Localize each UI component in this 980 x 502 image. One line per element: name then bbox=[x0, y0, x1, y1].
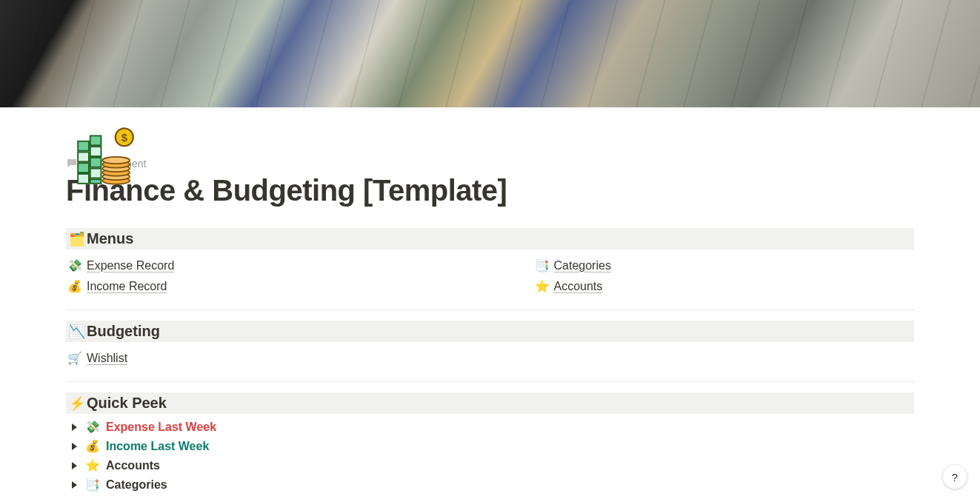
caret-right-icon[interactable] bbox=[72, 481, 77, 489]
budgeting-list: 🛒 Wishlist bbox=[66, 351, 914, 365]
star-icon: ⭐ bbox=[85, 458, 100, 472]
toggle-label: Categories bbox=[106, 478, 167, 492]
section-header-quickpeek: ⚡ Quick Peek bbox=[66, 392, 914, 414]
chart-down-icon: 📉 bbox=[69, 324, 85, 340]
page-title[interactable]: Finance & Budgeting [Template] bbox=[66, 174, 914, 207]
svg-point-14 bbox=[102, 156, 130, 163]
money-wings-icon: 💸 bbox=[67, 258, 82, 272]
help-icon: ? bbox=[952, 471, 958, 483]
money-stack-icon: $ bbox=[71, 122, 139, 190]
menu-item-categories[interactable]: 📑 Categories bbox=[535, 258, 913, 272]
svg-rect-8 bbox=[90, 179, 101, 184]
caret-right-icon[interactable] bbox=[72, 462, 77, 469]
svg-rect-7 bbox=[90, 168, 101, 178]
svg-rect-1 bbox=[90, 135, 101, 145]
svg-rect-6 bbox=[78, 173, 89, 183]
tabs-icon: 📑 bbox=[85, 478, 100, 492]
svg-rect-0 bbox=[78, 141, 89, 150]
menu-item-accounts[interactable]: ⭐ Accounts bbox=[535, 279, 913, 293]
menu-link: Income Record bbox=[87, 280, 167, 293]
menu-link: Categories bbox=[554, 259, 611, 272]
menu-link: Expense Record bbox=[87, 259, 174, 272]
money-wings-icon: 💸 bbox=[85, 420, 100, 434]
toggle-income-last-week[interactable]: 💰 Income Last Week bbox=[67, 439, 913, 453]
section-label: Quick Peek bbox=[87, 395, 167, 412]
star-icon: ⭐ bbox=[535, 279, 550, 293]
caret-right-icon[interactable] bbox=[72, 443, 77, 450]
toggle-label: Accounts bbox=[106, 459, 160, 472]
caret-right-icon[interactable] bbox=[72, 424, 77, 431]
toggle-accounts[interactable]: ⭐ Accounts bbox=[67, 458, 913, 472]
money-bag-icon: 💰 bbox=[67, 279, 82, 293]
toggle-expense-last-week[interactable]: 💸 Expense Last Week bbox=[67, 420, 913, 434]
page-icon[interactable]: $ bbox=[66, 117, 144, 195]
section-label: Budgeting bbox=[87, 323, 160, 340]
menu-item-expense-record[interactable]: 💸 Expense Record bbox=[67, 258, 446, 272]
svg-rect-5 bbox=[90, 157, 101, 167]
divider bbox=[66, 381, 914, 382]
toggle-categories[interactable]: 📑 Categories bbox=[67, 478, 913, 492]
section-label: Menus bbox=[87, 230, 133, 247]
lightning-icon: ⚡ bbox=[69, 395, 85, 412]
section-header-budgeting: 📉 Budgeting bbox=[66, 321, 914, 342]
menu-link: Accounts bbox=[554, 280, 603, 293]
menus-grid: 💸 Expense Record 📑 Categories 💰 Income R… bbox=[66, 258, 914, 293]
help-button[interactable]: ? bbox=[943, 465, 967, 489]
svg-rect-4 bbox=[78, 163, 89, 173]
section-header-menus: 🗂️ Menus bbox=[66, 228, 914, 250]
quickpeek-list: 💸 Expense Last Week 💰 Income Last Week ⭐… bbox=[66, 420, 914, 492]
money-bag-icon: 💰 bbox=[85, 439, 100, 453]
cart-icon: 🛒 bbox=[67, 351, 82, 365]
menu-item-wishlist[interactable]: 🛒 Wishlist bbox=[67, 351, 913, 365]
folder-icon: 🗂️ bbox=[69, 231, 85, 247]
tabs-icon: 📑 bbox=[535, 258, 550, 272]
svg-text:$: $ bbox=[121, 131, 127, 143]
divider bbox=[66, 309, 914, 310]
toggle-label: Income Last Week bbox=[106, 440, 209, 453]
menu-link: Wishlist bbox=[87, 352, 127, 365]
menu-item-income-record[interactable]: 💰 Income Record bbox=[67, 279, 446, 293]
cover-image bbox=[0, 0, 980, 107]
svg-rect-3 bbox=[90, 147, 101, 156]
toggle-label: Expense Last Week bbox=[106, 421, 216, 434]
add-comment-button[interactable]: Add comment bbox=[66, 158, 914, 170]
page-content: $ Add comment Finance & Budgeting [Templ… bbox=[66, 158, 914, 502]
svg-rect-2 bbox=[78, 152, 89, 161]
